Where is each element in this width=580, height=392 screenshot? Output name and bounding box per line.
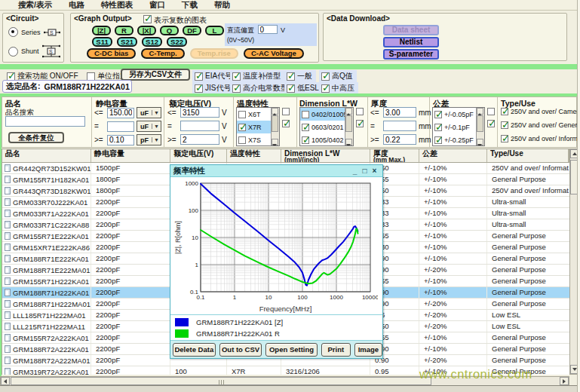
chip-checkbox[interactable] [195,84,203,93]
typeuse-checkbox[interactable] [501,135,508,142]
chip-checkbox[interactable] [321,84,330,93]
tempchar-item-checkbox[interactable] [238,124,246,131]
tempchar-select-all-checkbox[interactable] [282,120,290,127]
minimize-icon[interactable]: _ [350,167,360,175]
typeuse-item[interactable]: 250V and over/ Informat [501,135,580,142]
maximize-icon[interactable]: □ [360,167,370,175]
tolerance-select-all-checkbox[interactable] [487,120,495,127]
menu-item-6[interactable]: 帮助 [214,0,230,11]
unit-dropdown[interactable]: pF▼ [137,134,161,145]
unit-spec-checkbox[interactable] [87,72,95,81]
filter-value-input[interactable] [383,107,416,118]
scroll-up-arrow-icon[interactable] [477,108,483,115]
param-button-r[interactable]: R [115,26,133,35]
filter-chip-[interactable]: 一般 [284,70,316,82]
partname-search-input[interactable] [5,116,85,127]
menu-item-1[interactable]: 搜索/表示 [18,0,52,11]
menu-item-4[interactable]: 窗口 [149,0,165,11]
scroll-up-arrow-icon[interactable] [272,108,278,115]
menu-item-3[interactable]: 特性图表 [101,0,133,11]
circuit-option-shunt[interactable]: Shunt S [8,44,60,59]
filter-chip-q[interactable]: 高Q值 [319,70,357,82]
filter-chip-esl[interactable]: 低ESL [284,82,323,94]
dimension-item-checkbox[interactable] [302,136,309,144]
cond-button-c-temp-[interactable]: C-Temp. [141,48,184,59]
chip-checkbox[interactable] [287,84,295,93]
tolerance-select-none-checkbox[interactable] [487,108,495,115]
shunt-radio[interactable] [8,47,18,57]
unit-dropdown[interactable]: uF▼ [137,107,161,118]
scroll-down-arrow-icon[interactable] [477,139,483,145]
param-button-x[interactable]: |X| [137,26,156,35]
dc-bias-input[interactable] [258,25,278,34]
s-parameter-button[interactable]: S-parameter [383,49,439,60]
chip-checkbox[interactable] [287,72,295,81]
filter-value-input[interactable] [107,121,134,132]
image-button[interactable]: Image [354,343,382,357]
filter-chip-[interactable]: 中高压 [319,82,358,94]
param-button-df[interactable]: DF [183,26,201,35]
filter-chip-[interactable]: 高介电常数型 [230,82,292,94]
save-csv-button[interactable]: 另存为CSV文件 [121,69,190,81]
tempchar-list-scrollbar[interactable] [271,108,279,145]
netlist-button[interactable]: Netlist [383,37,439,47]
filter-value-input[interactable] [107,135,134,145]
filter-value-input[interactable] [107,108,134,118]
horizontal-scroll-thumb[interactable] [11,377,431,385]
sparam-button-s21[interactable]: S21 [117,37,137,47]
dimension-item-checkbox[interactable] [302,111,309,118]
sparam-button-s22[interactable]: S22 [167,37,187,47]
filter-value-input[interactable] [180,121,219,131]
list-scroll-thumb[interactable] [345,115,352,132]
chip-checkbox[interactable] [232,84,241,93]
tolerance-item-checkbox[interactable] [434,136,442,144]
chip-checkbox[interactable] [321,72,330,81]
circuit-option-series[interactable]: Series S [8,27,60,37]
menu-item-5[interactable]: 下载 [182,0,198,11]
open-setting-button[interactable]: Open Setting [265,343,317,357]
scroll-left-arrow-icon[interactable] [1,377,10,385]
tolerance-item-checkbox[interactable] [434,111,442,118]
list-scroll-thumb[interactable] [477,115,483,132]
reset-all-filters-button[interactable]: 全条件复位 [8,132,64,143]
cond-button-c-ac-voltage[interactable]: C-AC Voltage [244,48,304,59]
list-scroll-thumb[interactable] [272,115,278,132]
scroll-down-arrow-icon[interactable] [345,139,352,145]
chip-checkbox[interactable] [232,72,241,81]
typeuse-item[interactable]: 250V and over/ General [501,121,580,129]
dimension-select-all-checkbox[interactable] [356,120,364,127]
tolerance-list-scrollbar[interactable] [476,108,484,145]
dimension-item-checkbox[interactable] [302,124,309,131]
param-button-z[interactable]: |Z| [92,26,111,35]
filter-value-input[interactable] [180,134,219,145]
sparam-button-s12[interactable]: S12 [142,37,162,47]
search-toggle-checkbox[interactable] [7,72,15,81]
scroll-up-arrow-icon[interactable] [345,108,352,115]
sparam-button-s11[interactable]: S11 [92,37,112,47]
tolerance-item-checkbox[interactable] [434,124,442,131]
typeuse-checkbox[interactable] [501,108,508,115]
tempchar-select-none-checkbox[interactable] [282,108,290,115]
unit-dropdown[interactable]: uF▼ [137,121,161,132]
filter-value-input[interactable] [180,107,219,118]
chip-checkbox[interactable] [195,72,203,81]
cond-button-c-dc-bias[interactable]: C-DC bias [87,48,136,59]
menu-item-2[interactable]: 电路 [69,0,84,11]
delete-data-button[interactable]: Delete Data [173,343,216,357]
dimension-list-scrollbar[interactable] [345,108,353,145]
typeuse-checkbox[interactable] [501,121,508,129]
print-button[interactable]: Print [321,343,351,357]
scroll-right-arrow-icon[interactable] [560,377,569,385]
typeuse-item[interactable]: 250V and over/ Camera [501,108,580,115]
scroll-down-arrow-icon[interactable] [272,139,278,145]
out-to-csv-button[interactable]: Out to CSV [219,343,262,357]
tempchar-item-checkbox[interactable] [238,111,246,118]
close-icon[interactable]: × [370,167,379,175]
param-button-q[interactable]: Q [160,26,179,35]
tempchar-item-checkbox[interactable] [238,136,246,144]
filter-chip-jis[interactable]: JIS代号 [192,82,235,94]
param-button-l[interactable]: L [205,26,224,35]
filter-chip-[interactable]: 温度补偿型 [230,70,284,82]
series-radio[interactable] [8,27,18,37]
filter-value-input[interactable] [383,121,416,131]
